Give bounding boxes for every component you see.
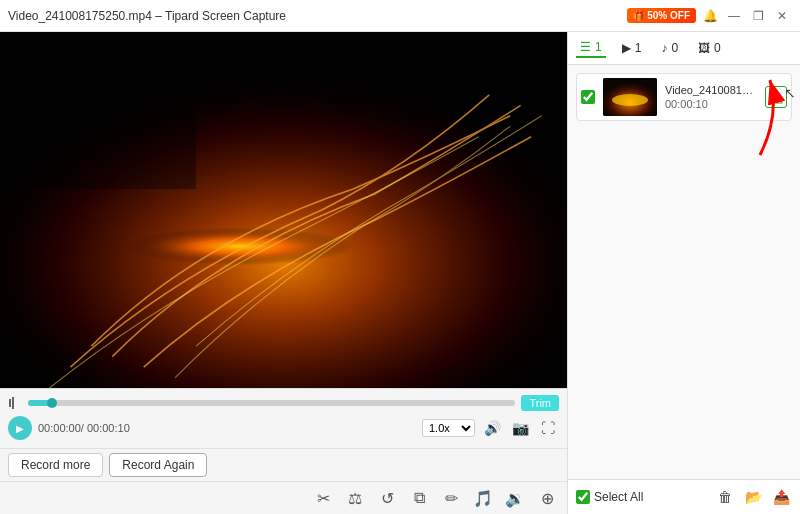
recording-thumbnail [603, 78, 657, 116]
tab-image[interactable]: 🖼 0 [694, 39, 725, 57]
bell-button[interactable]: 🔔 [700, 6, 720, 26]
tab-image-count: 0 [714, 41, 721, 55]
close-button[interactable]: ✕ [772, 6, 792, 26]
tab-audio-icon: ♪ [661, 41, 667, 55]
export-all-icon[interactable]: 📤 [770, 486, 792, 508]
record-again-button[interactable]: Record Again [109, 453, 207, 477]
svg-rect-3 [0, 32, 196, 189]
title-bar-right: 🎁 50% OFF 🔔 — ❐ ✕ [627, 6, 792, 26]
bottom-toolbar: ✂ ⚖ ↺ ⧉ ✏ 🎵 🔉 ⊕ [0, 481, 567, 514]
copy-icon[interactable]: ⧉ [407, 486, 431, 510]
cut-icon[interactable]: ✂ [311, 486, 335, 510]
trim-button[interactable]: Trim [521, 395, 559, 411]
tabs-bar: ☰ 1 ▶ 1 ♪ 0 🖼 0 [568, 32, 800, 65]
sound-icon[interactable]: 🔉 [503, 486, 527, 510]
promo-text: 50% OFF [647, 10, 690, 21]
recording-item: Video_241008175250.mp4 00:00:10 [576, 73, 792, 121]
recording-time: 00:00:10 [665, 98, 757, 110]
export-button[interactable] [765, 86, 787, 108]
progress-icon [8, 396, 22, 410]
time-display: 00:00:00/ 00:00:10 [38, 422, 416, 434]
recording-name: Video_241008175250.mp4 [665, 84, 757, 96]
left-panel: Trim ▶ 00:00:00/ 00:00:10 1.0x 0.5x 0.75… [0, 32, 567, 514]
delete-icon[interactable]: 🗑 [714, 486, 736, 508]
minimize-button[interactable]: — [724, 6, 744, 26]
gift-icon: 🎁 [633, 10, 645, 21]
app-title: Video_241008175250.mp4 – Tipard Screen C… [8, 9, 286, 23]
controls-area: Trim ▶ 00:00:00/ 00:00:10 1.0x 0.5x 0.75… [0, 388, 567, 448]
tab-play-count: 1 [635, 41, 642, 55]
title-bar-left: Video_241008175250.mp4 – Tipard Screen C… [8, 9, 286, 23]
record-more-button[interactable]: Record more [8, 453, 103, 477]
right-action-icons: 🗑 📂 📤 [714, 486, 792, 508]
playback-controls: ▶ 00:00:00/ 00:00:10 1.0x 0.5x 0.75x 1.2… [8, 416, 559, 440]
svg-rect-4 [9, 399, 11, 407]
svg-point-9 [612, 94, 648, 106]
recording-checkbox[interactable] [581, 90, 595, 104]
audio-icon[interactable]: 🎵 [471, 486, 495, 510]
video-frame [0, 32, 567, 388]
tab-play[interactable]: ▶ 1 [618, 39, 646, 57]
camera-icon[interactable]: 📷 [509, 417, 531, 439]
tab-image-icon: 🖼 [698, 41, 710, 55]
video-player [0, 32, 567, 388]
rotate-icon[interactable]: ↺ [375, 486, 399, 510]
right-bottom-bar: Select All 🗑 📂 📤 [568, 479, 800, 514]
title-bar: Video_241008175250.mp4 – Tipard Screen C… [0, 0, 800, 32]
restore-button[interactable]: ❐ [748, 6, 768, 26]
progress-thumb [47, 398, 57, 408]
edit-icon[interactable]: ✏ [439, 486, 463, 510]
volume-icon[interactable]: 🔊 [481, 417, 503, 439]
promo-badge[interactable]: 🎁 50% OFF [627, 8, 696, 23]
svg-point-2 [70, 210, 447, 273]
adjust-icon[interactable]: ⚖ [343, 486, 367, 510]
tab-audio[interactable]: ♪ 0 [657, 39, 682, 57]
progress-bar-container: Trim [8, 395, 559, 411]
tab-video[interactable]: ☰ 1 [576, 38, 606, 58]
tab-video-count: 1 [595, 40, 602, 54]
recording-info: Video_241008175250.mp4 00:00:10 [665, 84, 757, 110]
main-container: Trim ▶ 00:00:00/ 00:00:10 1.0x 0.5x 0.75… [0, 32, 800, 514]
select-all-checkbox[interactable] [576, 490, 590, 504]
action-buttons-row: Record more Record Again [0, 448, 567, 481]
fullscreen-icon[interactable]: ⛶ [537, 417, 559, 439]
tab-video-icon: ☰ [580, 40, 591, 54]
folder-icon[interactable]: 📂 [742, 486, 764, 508]
play-button[interactable]: ▶ [8, 416, 32, 440]
tab-play-icon: ▶ [622, 41, 631, 55]
select-all-area: Select All [576, 490, 643, 504]
svg-rect-5 [12, 397, 14, 409]
select-all-label: Select All [594, 490, 643, 504]
tab-audio-count: 0 [671, 41, 678, 55]
recording-list: Video_241008175250.mp4 00:00:10 ↖ [568, 65, 800, 479]
more-icon[interactable]: ⊕ [535, 486, 559, 510]
progress-track[interactable] [28, 400, 515, 406]
right-panel: ☰ 1 ▶ 1 ♪ 0 🖼 0 [567, 32, 800, 514]
speed-select[interactable]: 1.0x 0.5x 0.75x 1.25x 1.5x 2.0x [422, 419, 475, 437]
